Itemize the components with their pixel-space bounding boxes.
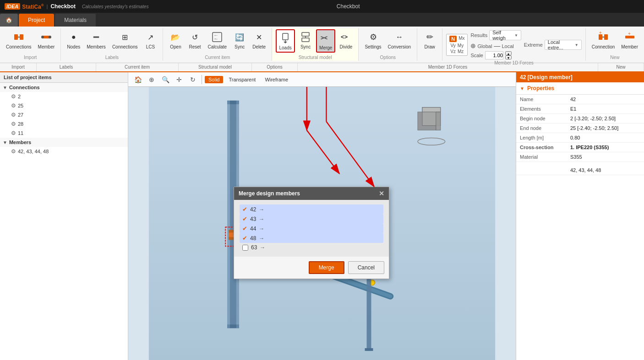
btn-members-label: Members xyxy=(87,44,106,49)
svg-rect-32 xyxy=(227,101,230,328)
tab-project[interactable]: Project xyxy=(19,14,54,27)
ribbon-group-new: + Connection + Member New xyxy=(586,28,644,61)
new-group-label: New xyxy=(598,63,644,71)
merge-dialog-close-btn[interactable]: ✕ xyxy=(379,190,384,197)
vp-zoom-extents-btn[interactable]: ⊕ xyxy=(146,74,158,85)
merge-item-42: ✔ 42 → xyxy=(240,204,383,214)
results-dropdown[interactable]: Self weigh xyxy=(489,30,521,40)
btn-reset[interactable]: ↺ Reset xyxy=(186,29,203,51)
btn-connections[interactable]: Connections xyxy=(4,29,34,51)
viewport-toolbar: 🏠 ⊕ 🔍 ✛ ↻ Solid Transparent Wireframe xyxy=(128,72,516,87)
btn-members[interactable]: ━ Members xyxy=(84,29,108,51)
view-solid-btn[interactable]: Solid xyxy=(205,76,223,83)
extreme-value: Local extre... xyxy=(548,39,573,50)
merge-check-43[interactable]: ✔ xyxy=(242,215,247,222)
btn-member[interactable]: Member xyxy=(36,29,57,51)
svg-rect-0 xyxy=(14,34,18,40)
btn-delete-label: Delete xyxy=(252,44,266,49)
connection-item-2[interactable]: ⚙ 2 xyxy=(0,92,128,101)
labels-group-label: Labels xyxy=(37,63,96,71)
btn-open[interactable]: 📂 Open xyxy=(167,29,184,51)
btn-new-connection[interactable]: + Connection xyxy=(589,29,617,51)
vp-zoom-btn[interactable]: 🔍 xyxy=(159,74,171,85)
scale-down-btn[interactable]: ▼ xyxy=(505,55,512,59)
properties-section-header: ▼ Properties xyxy=(516,82,644,95)
member1d-group-label: Member 1D Forces xyxy=(298,63,598,71)
btn-settings[interactable]: ⚙ Settings xyxy=(362,29,383,51)
btn-connections-lbl-label: Connections xyxy=(112,44,138,49)
connection-item-27[interactable]: ⚙ 27 xyxy=(0,110,128,119)
merge-checkbox-63[interactable] xyxy=(242,245,248,251)
properties-collapse-arrow[interactable]: ▼ xyxy=(520,86,524,91)
btn-new-member[interactable]: + Member xyxy=(619,29,640,51)
svg-text:×÷: ×÷ xyxy=(214,38,218,40)
merge-icon: >< xyxy=(319,32,332,44)
connections-section[interactable]: ▼ Connections xyxy=(0,83,128,92)
viewport[interactable]: 🏠 ⊕ 🔍 ✛ ↻ Solid Transparent Wireframe xyxy=(128,72,516,360)
btn-new-connection-label: Connection xyxy=(592,44,615,49)
btn-sync2[interactable]: Sync xyxy=(297,29,314,51)
btn-nodes[interactable]: ● Nodes xyxy=(65,29,82,51)
svg-text:+−: +− xyxy=(214,34,218,37)
btn-sync[interactable]: 🔄 Sync xyxy=(231,29,248,51)
prop-length: Length [m] 0.80 xyxy=(516,133,644,143)
prop-cross-section: Cross-section 1. IPE220 (S355) xyxy=(516,143,644,152)
merge-cancel-btn[interactable]: Cancel xyxy=(348,261,384,274)
new-label: New xyxy=(589,54,640,60)
btn-conversion[interactable]: ↔ Conversion xyxy=(386,29,414,51)
btn-lcs[interactable]: ↗ LCS xyxy=(142,29,159,51)
extreme-dropdown[interactable]: Local extre... xyxy=(545,40,582,50)
prop-length-label: Length [m] xyxy=(520,135,570,140)
scale-input[interactable] xyxy=(485,51,503,59)
tab-materials[interactable]: Materials xyxy=(55,14,96,27)
btn-loads[interactable]: Loads xyxy=(276,29,295,53)
vp-home-btn[interactable]: 🏠 xyxy=(132,74,144,85)
btn-connections-lbl[interactable]: ⊞ Connections xyxy=(110,29,140,51)
global-label: Global xyxy=(478,43,492,49)
merge-dialog-title: Merge design members xyxy=(239,190,300,197)
new-connection-icon: + xyxy=(597,31,610,43)
vp-rotate-btn[interactable]: ↻ xyxy=(187,74,199,85)
btn-delete[interactable]: ✕ Delete xyxy=(250,29,268,51)
my-label: My xyxy=(458,43,464,48)
tab-home[interactable]: 🏠 xyxy=(0,14,18,27)
connection-item-28[interactable]: ⚙ 28 xyxy=(0,119,128,129)
merge-item-48: ✔ 48 → xyxy=(240,233,383,243)
vp-pan-btn[interactable]: ✛ xyxy=(173,74,185,85)
btn-loads-label: Loads xyxy=(279,45,291,50)
btn-draw[interactable]: ✏ Draw xyxy=(421,29,438,51)
btn-merge[interactable]: >< Merge xyxy=(316,29,335,53)
open-icon: 📂 xyxy=(169,31,182,43)
merge-confirm-btn[interactable]: Merge xyxy=(309,261,344,274)
right-panel-header: 42 [Design member] xyxy=(516,72,644,82)
scale-up-btn[interactable]: ▲ xyxy=(505,51,512,55)
connections-lbl-icon: ⊞ xyxy=(119,31,131,43)
members-expand-arrow: ▼ xyxy=(3,140,7,145)
members-section[interactable]: ▼ Members xyxy=(0,138,128,147)
merge-check-42[interactable]: ✔ xyxy=(242,206,247,213)
view-wireframe-btn[interactable]: Wireframe xyxy=(261,76,292,83)
connection-item-25[interactable]: ⚙ 25 xyxy=(0,101,128,110)
merge-dialog-body: ✔ 42 → ✔ 43 → ✔ 44 → ✔ xyxy=(234,200,389,257)
view-transparent-btn[interactable]: Transparent xyxy=(225,76,259,83)
btn-nodes-label: Nodes xyxy=(67,44,80,49)
nav-tabs: 🏠 Project Materials xyxy=(0,13,644,27)
scale-label: Scale xyxy=(470,53,483,58)
connection-label-27: 27 xyxy=(18,112,23,118)
prop-material: Material S355 xyxy=(516,152,644,162)
merge-check-48[interactable]: ✔ xyxy=(242,235,247,242)
connection-item-11[interactable]: ⚙ 11 xyxy=(0,129,128,138)
gear-icon-members: ⚙ xyxy=(11,148,16,155)
merge-check-44[interactable]: ✔ xyxy=(242,225,247,232)
window-title: Checkbot xyxy=(337,3,360,10)
merge-arrow-42: → xyxy=(259,206,264,213)
btn-calculate[interactable]: +− ×÷ Calculate xyxy=(205,29,229,51)
global-btn[interactable]: ⊕ Global xyxy=(470,42,492,49)
left-panel: List of project items ▼ Connections ⚙ 2 … xyxy=(0,72,128,360)
local-btn[interactable]: — Local xyxy=(494,42,513,49)
ribbon-group-options: ⚙ Settings ↔ Conversion Options xyxy=(359,28,417,61)
btn-divide[interactable]: <> Divide xyxy=(337,29,355,51)
prop-end-node-value: 25 [-2.40; -2.50; 2.50] xyxy=(570,125,640,131)
btn-lcs-label: LCS xyxy=(146,44,155,49)
member-item-42[interactable]: ⚙ 42, 43, 44, 48 xyxy=(0,147,128,156)
